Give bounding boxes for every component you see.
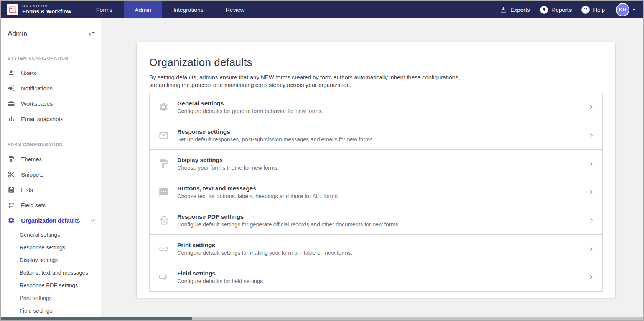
user-menu[interactable]: KH bbox=[616, 3, 637, 16]
settings-list: General settingsConfigure defaults for g… bbox=[149, 93, 603, 292]
field-edit-icon bbox=[150, 272, 177, 282]
gear-icon bbox=[150, 102, 177, 112]
sidebar-subitem-general-settings[interactable]: General settings bbox=[11, 229, 101, 241]
paint-roller-icon bbox=[150, 159, 177, 169]
chevron-down-icon bbox=[90, 218, 96, 223]
topbar-action-help[interactable]: ?Help bbox=[576, 6, 610, 14]
settings-row-response-settings[interactable]: Response settingsSet up default response… bbox=[150, 121, 602, 150]
sidebar-item-workspaces[interactable]: Workspaces bbox=[1, 96, 101, 111]
topnav-item-forms[interactable]: Forms bbox=[85, 1, 124, 18]
sidebar-item-label: Users bbox=[21, 70, 36, 76]
sidebar-item-label: Themes bbox=[21, 156, 42, 162]
sidebar-item-label: Email snapshots bbox=[21, 116, 63, 122]
megaphone-icon bbox=[8, 85, 15, 92]
topnav-item-admin[interactable]: Admin bbox=[124, 1, 162, 18]
setting-description: Set up default responses, post-submissio… bbox=[177, 136, 374, 142]
chevron-right-icon bbox=[588, 133, 594, 138]
main-area: Organization defaults By setting default… bbox=[101, 18, 643, 317]
chevron-right-icon bbox=[588, 161, 594, 167]
setting-text: Buttons, text and messagesChoose text fo… bbox=[177, 185, 339, 199]
setting-description: Choose your form's theme for new forms. bbox=[177, 165, 279, 171]
setting-title: General settings bbox=[177, 100, 323, 107]
settings-row-general-settings[interactable]: General settingsConfigure defaults for g… bbox=[150, 93, 602, 121]
setting-text: Response settingsSet up default response… bbox=[177, 128, 374, 142]
sidebar-subitem-display-settings[interactable]: Display settings bbox=[11, 254, 101, 267]
gear-icon bbox=[8, 217, 15, 224]
topbar: GRANICUS Forms & Workflow FormsAdminInte… bbox=[1, 1, 643, 18]
content-card: Organization defaults By setting default… bbox=[137, 42, 615, 298]
help-icon: ? bbox=[581, 6, 590, 14]
brand-product: Forms & Workflow bbox=[22, 8, 71, 15]
sidebar-item-lists[interactable]: Lists bbox=[1, 182, 101, 197]
sidebar-item-snippets[interactable]: Snippets bbox=[1, 167, 101, 182]
setting-text: Response PDF settingsConfigure default s… bbox=[177, 213, 400, 228]
sidebar-subitem-buttons-text-and-messages[interactable]: Buttons, text and messages bbox=[11, 267, 101, 279]
sidebar-item-email-snapshots[interactable]: Email snapshots bbox=[1, 111, 101, 126]
collapse-sidebar-icon[interactable] bbox=[88, 30, 96, 38]
settings-row-print-settings[interactable]: Print settingsConfigure default settings… bbox=[150, 235, 602, 263]
setting-text: General settingsConfigure defaults for g… bbox=[177, 100, 323, 114]
sidebar-section: FORM CONFIGURATIONThemesSnippetsListsFie… bbox=[1, 132, 101, 317]
chevron-right-icon bbox=[588, 274, 594, 280]
setting-text: Print settingsConfigure default settings… bbox=[177, 242, 352, 256]
setting-text: Field settingsConfigure defaults for fie… bbox=[177, 270, 264, 284]
chevron-right-icon bbox=[588, 246, 594, 252]
lightbulb-icon bbox=[540, 6, 548, 14]
page-description: By setting defaults, admins ensure that … bbox=[149, 74, 603, 88]
topbar-action-reports[interactable]: Reports bbox=[535, 6, 577, 14]
sidebar-subitem-response-pdf-settings[interactable]: Response PDF settings bbox=[11, 279, 101, 292]
setting-title: Response PDF settings bbox=[177, 213, 400, 220]
sidebar-header: Admin bbox=[1, 18, 101, 46]
setting-text: Display settingsChoose your form's theme… bbox=[177, 157, 279, 171]
sidebar-item-themes[interactable]: Themes bbox=[1, 151, 101, 167]
avatar[interactable]: KH bbox=[616, 3, 629, 16]
setting-title: Buttons, text and messages bbox=[177, 185, 339, 192]
sidebar-item-field-sets[interactable]: Field sets bbox=[1, 197, 101, 213]
sidebar-item-notifications[interactable]: Notifications bbox=[1, 80, 101, 96]
horizontal-scrollbar-thumb[interactable] bbox=[1, 317, 192, 320]
topnav-item-integrations[interactable]: Integrations bbox=[162, 1, 214, 18]
setting-description: Configure default settings for generate … bbox=[177, 221, 400, 228]
settings-row-buttons-text-and-messages[interactable]: Buttons, text and messagesChoose text fo… bbox=[150, 178, 602, 206]
horizontal-scrollbar-track[interactable] bbox=[1, 317, 643, 320]
setting-description: Configure defaults for field settings. bbox=[177, 278, 264, 284]
sidebar-item-label: Workspaces bbox=[21, 100, 53, 107]
sidebar-subitems: General settingsResponse settingsDisplay… bbox=[11, 229, 101, 317]
sidebar: Admin SYSTEM CONFIGURATIONUsersNotificat… bbox=[1, 18, 101, 317]
settings-row-display-settings[interactable]: Display settingsChoose your form's theme… bbox=[150, 150, 602, 178]
topbar-right: ExportsReports?Help KH bbox=[495, 1, 643, 18]
setting-description: Configure default settings for making yo… bbox=[177, 250, 352, 256]
topbar-action-label: Help bbox=[593, 7, 605, 13]
sidebar-title: Admin bbox=[8, 30, 27, 38]
topbar-action-exports[interactable]: Exports bbox=[495, 6, 535, 14]
setting-description: Configure defaults for general form beha… bbox=[177, 108, 323, 114]
app-window: GRANICUS Forms & Workflow FormsAdminInte… bbox=[0, 0, 644, 321]
sidebar-section: SYSTEM CONFIGURATIONUsersNotificationsWo… bbox=[1, 46, 101, 132]
setting-title: Display settings bbox=[177, 157, 279, 164]
sidebar-item-label: Notifications bbox=[21, 85, 53, 92]
paint-roller-icon bbox=[8, 156, 15, 163]
sidebar-section-label: SYSTEM CONFIGURATION bbox=[1, 49, 101, 65]
user-icon bbox=[8, 69, 15, 77]
page-description-line: streamlining the process and maintaining… bbox=[149, 81, 603, 89]
sidebar-nav: SYSTEM CONFIGURATIONUsersNotificationsWo… bbox=[1, 46, 101, 317]
setting-title: Response settings bbox=[177, 128, 374, 135]
sidebar-item-label: Organization defaults bbox=[21, 217, 80, 224]
setting-title: Field settings bbox=[177, 270, 264, 277]
sidebar-item-users[interactable]: Users bbox=[1, 65, 101, 80]
sidebar-item-organization-defaults[interactable]: Organization defaults bbox=[1, 213, 101, 228]
brand-name: GRANICUS bbox=[22, 4, 71, 8]
settings-row-field-settings[interactable]: Field settingsConfigure defaults for fie… bbox=[150, 263, 602, 291]
page-description-line: By setting defaults, admins ensure that … bbox=[149, 74, 603, 81]
topnav-item-review[interactable]: Review bbox=[214, 1, 255, 18]
sidebar-subitem-print-settings[interactable]: Print settings bbox=[11, 292, 101, 305]
setting-description: Choose text for buttons, labels, heading… bbox=[177, 193, 339, 199]
sidebar-subitem-response-settings[interactable]: Response settings bbox=[11, 241, 101, 254]
caret-down-icon[interactable] bbox=[631, 7, 637, 13]
settings-row-response-pdf-settings[interactable]: Response PDF settingsConfigure default s… bbox=[150, 206, 602, 235]
clipboard-icon bbox=[8, 186, 15, 193]
scissors-icon bbox=[8, 171, 15, 178]
sidebar-subitem-field-settings[interactable]: Field settings bbox=[11, 305, 101, 317]
setting-title: Print settings bbox=[177, 242, 352, 249]
chevron-right-icon bbox=[588, 218, 594, 223]
